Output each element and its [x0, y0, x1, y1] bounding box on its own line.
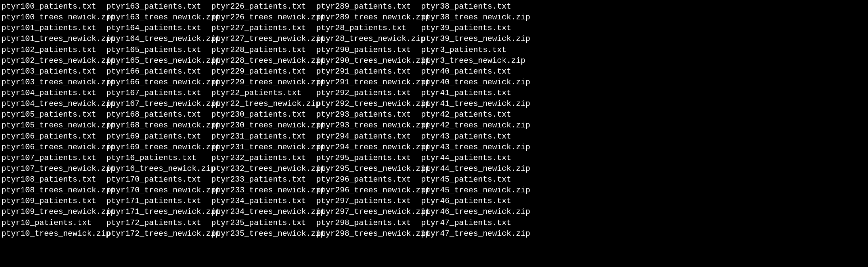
file-item[interactable]: ptyr46_trees_newick.zip — [421, 207, 526, 217]
file-item[interactable]: ptyr10_patients.txt — [1, 218, 106, 229]
file-item[interactable]: ptyr44_patients.txt — [421, 153, 526, 164]
file-item[interactable]: ptyr108_trees_newick.zip — [1, 185, 106, 196]
file-item[interactable]: ptyr41_trees_newick.zip — [421, 99, 526, 109]
file-item[interactable]: ptyr104_trees_newick.zip — [1, 99, 106, 109]
file-item[interactable]: ptyr166_trees_newick.zip — [106, 77, 211, 88]
file-item[interactable]: ptyr109_patients.txt — [1, 196, 106, 207]
file-item[interactable]: ptyr292_trees_newick.zip — [316, 99, 421, 109]
file-item[interactable]: ptyr102_patients.txt — [1, 45, 106, 56]
file-item[interactable]: ptyr230_trees_newick.zip — [211, 120, 316, 131]
file-item[interactable]: ptyr16_trees_newick.zip — [106, 164, 211, 174]
file-item[interactable]: ptyr294_trees_newick.zip — [316, 142, 421, 153]
file-item[interactable]: ptyr293_trees_newick.zip — [316, 120, 421, 131]
file-item[interactable]: ptyr105_trees_newick.zip — [1, 120, 106, 131]
file-item[interactable]: ptyr39_trees_newick.zip — [421, 34, 526, 44]
file-item[interactable]: ptyr230_patients.txt — [211, 109, 316, 120]
file-item[interactable]: ptyr39_patients.txt — [421, 23, 526, 34]
file-item[interactable]: ptyr235_patients.txt — [211, 218, 316, 229]
file-item[interactable]: ptyr42_patients.txt — [421, 109, 526, 120]
file-item[interactable]: ptyr22_trees_newick.zip — [211, 99, 316, 109]
file-item[interactable]: ptyr293_patients.txt — [316, 109, 421, 120]
file-item[interactable]: ptyr45_patients.txt — [421, 174, 526, 185]
file-item[interactable]: ptyr42_trees_newick.zip — [421, 120, 526, 131]
file-item[interactable]: ptyr297_patients.txt — [316, 196, 421, 207]
file-item[interactable]: ptyr226_patients.txt — [211, 1, 316, 12]
file-item[interactable]: ptyr107_trees_newick.zip — [1, 164, 106, 174]
file-item[interactable]: ptyr227_trees_newick.zip — [211, 34, 316, 44]
file-item[interactable]: ptyr233_patients.txt — [211, 174, 316, 185]
file-item[interactable]: ptyr298_trees_newick.zip — [316, 229, 421, 239]
file-item[interactable]: ptyr235_trees_newick.zip — [211, 229, 316, 239]
file-item[interactable]: ptyr228_trees_newick.zip — [211, 56, 316, 66]
file-item[interactable]: ptyr103_trees_newick.zip — [1, 77, 106, 88]
file-item[interactable]: ptyr166_patients.txt — [106, 66, 211, 77]
file-item[interactable]: ptyr45_trees_newick.zip — [421, 185, 526, 196]
file-item[interactable]: ptyr168_trees_newick.zip — [106, 120, 211, 131]
file-item[interactable]: ptyr231_patients.txt — [211, 131, 316, 142]
file-item[interactable]: ptyr295_trees_newick.zip — [316, 164, 421, 174]
file-item[interactable]: ptyr172_trees_newick.zip — [106, 229, 211, 239]
file-item[interactable]: ptyr40_patients.txt — [421, 66, 526, 77]
file-item[interactable]: ptyr47_patients.txt — [421, 218, 526, 229]
file-item[interactable]: ptyr227_patients.txt — [211, 23, 316, 34]
file-item[interactable]: ptyr38_trees_newick.zip — [421, 12, 526, 23]
file-item[interactable]: ptyr297_trees_newick.zip — [316, 207, 421, 217]
file-item[interactable]: ptyr163_trees_newick.zip — [106, 12, 211, 23]
file-item[interactable]: ptyr232_patients.txt — [211, 153, 316, 164]
file-item[interactable]: ptyr168_patients.txt — [106, 109, 211, 120]
file-item[interactable]: ptyr294_patients.txt — [316, 131, 421, 142]
file-item[interactable]: ptyr101_patients.txt — [1, 23, 106, 34]
file-item[interactable]: ptyr105_patients.txt — [1, 109, 106, 120]
file-item[interactable]: ptyr165_patients.txt — [106, 45, 211, 56]
file-item[interactable]: ptyr234_trees_newick.zip — [211, 207, 316, 217]
file-item[interactable]: ptyr296_patients.txt — [316, 174, 421, 185]
file-item[interactable]: ptyr10_trees_newick.zip — [1, 229, 106, 239]
file-item[interactable]: ptyr43_patients.txt — [421, 131, 526, 142]
file-item[interactable]: ptyr107_patients.txt — [1, 153, 106, 164]
file-item[interactable]: ptyr163_patients.txt — [106, 1, 211, 12]
file-item[interactable]: ptyr38_patients.txt — [421, 1, 526, 12]
file-item[interactable]: ptyr100_patients.txt — [1, 1, 106, 12]
file-item[interactable]: ptyr103_patients.txt — [1, 66, 106, 77]
file-item[interactable]: ptyr167_trees_newick.zip — [106, 99, 211, 109]
file-item[interactable]: ptyr292_patients.txt — [316, 88, 421, 99]
file-item[interactable]: ptyr28_patients.txt — [316, 23, 421, 34]
file-item[interactable]: ptyr289_trees_newick.zip — [316, 12, 421, 23]
file-item[interactable]: ptyr3_patients.txt — [421, 45, 526, 56]
file-item[interactable]: ptyr44_trees_newick.zip — [421, 164, 526, 174]
file-item[interactable]: ptyr289_patients.txt — [316, 1, 421, 12]
file-item[interactable]: ptyr100_trees_newick.zip — [1, 12, 106, 23]
file-item[interactable]: ptyr291_trees_newick.zip — [316, 77, 421, 88]
file-item[interactable]: ptyr234_patients.txt — [211, 196, 316, 207]
file-item[interactable]: ptyr171_trees_newick.zip — [106, 207, 211, 217]
file-item[interactable]: ptyr295_patients.txt — [316, 153, 421, 164]
file-item[interactable]: ptyr171_patients.txt — [106, 196, 211, 207]
file-item[interactable]: ptyr43_trees_newick.zip — [421, 142, 526, 153]
file-item[interactable]: ptyr228_patients.txt — [211, 45, 316, 56]
file-item[interactable]: ptyr106_trees_newick.zip — [1, 142, 106, 153]
file-item[interactable]: ptyr164_patients.txt — [106, 23, 211, 34]
file-item[interactable]: ptyr40_trees_newick.zip — [421, 77, 526, 88]
file-item[interactable]: ptyr170_patients.txt — [106, 174, 211, 185]
file-item[interactable]: ptyr169_patients.txt — [106, 131, 211, 142]
file-item[interactable]: ptyr229_trees_newick.zip — [211, 77, 316, 88]
file-item[interactable]: ptyr170_trees_newick.zip — [106, 185, 211, 196]
file-item[interactable]: ptyr164_trees_newick.zip — [106, 34, 211, 44]
file-item[interactable]: ptyr296_trees_newick.zip — [316, 185, 421, 196]
file-item[interactable]: ptyr41_patients.txt — [421, 88, 526, 99]
file-item[interactable]: ptyr104_patients.txt — [1, 88, 106, 99]
file-item[interactable]: ptyr102_trees_newick.zip — [1, 56, 106, 66]
file-item[interactable]: ptyr172_patients.txt — [106, 218, 211, 229]
file-item[interactable]: ptyr229_patients.txt — [211, 66, 316, 77]
file-item[interactable]: ptyr226_trees_newick.zip — [211, 12, 316, 23]
file-item[interactable]: ptyr108_patients.txt — [1, 174, 106, 185]
file-item[interactable]: ptyr16_patients.txt — [106, 153, 211, 164]
file-item[interactable]: ptyr167_patients.txt — [106, 88, 211, 99]
file-item[interactable]: ptyr290_patients.txt — [316, 45, 421, 56]
file-item[interactable]: ptyr101_trees_newick.zip — [1, 34, 106, 44]
file-item[interactable]: ptyr3_trees_newick.zip — [421, 56, 526, 66]
file-item[interactable]: ptyr298_patients.txt — [316, 218, 421, 229]
file-item[interactable]: ptyr233_trees_newick.zip — [211, 185, 316, 196]
file-item[interactable]: ptyr165_trees_newick.zip — [106, 56, 211, 66]
file-item[interactable]: ptyr290_trees_newick.zip — [316, 56, 421, 66]
